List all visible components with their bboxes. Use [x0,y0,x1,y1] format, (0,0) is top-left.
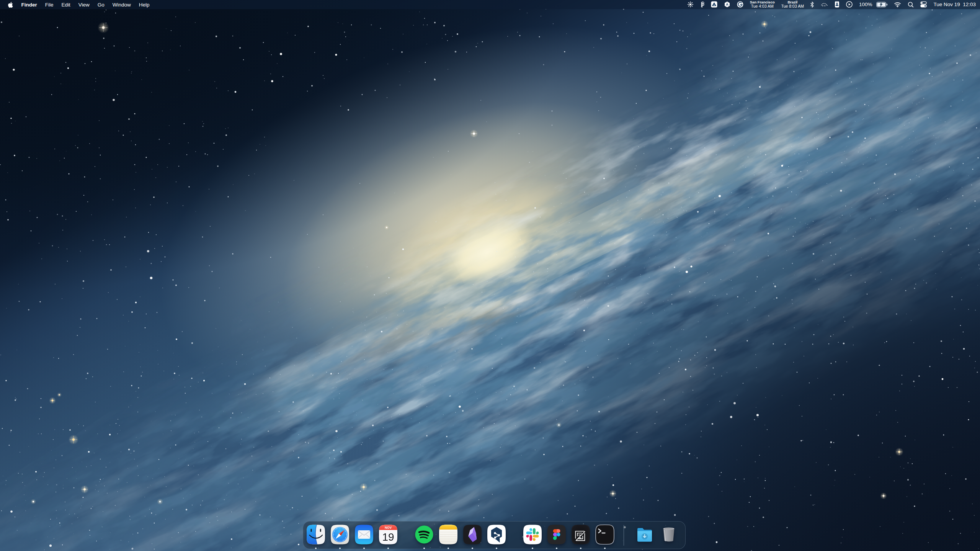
svg-text:19: 19 [382,531,394,543]
svg-text:NOV: NOV [384,526,392,530]
